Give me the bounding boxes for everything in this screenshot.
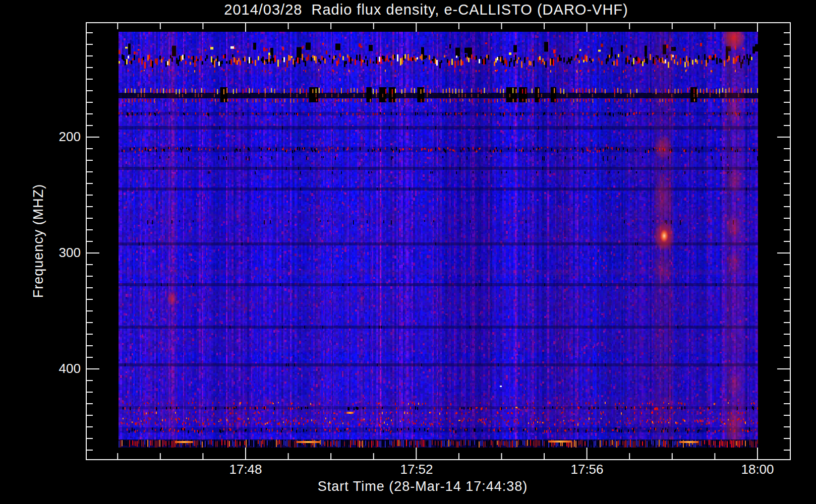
spectrogram-figure: 2014/03/28 Radio flux density, e-CALLIST…: [0, 0, 816, 504]
x-tick-label-1748: 17:48: [229, 462, 262, 477]
x-tick-label-1752: 17:52: [400, 462, 433, 477]
y-axis-title: Frequency (MHZ): [31, 184, 46, 298]
x-axis-title: Start Time (28-Mar-14 17:44:38): [318, 479, 528, 494]
spectrogram-canvas: [119, 32, 758, 448]
y-tick-label-400: 400: [25, 361, 81, 376]
y-tick-label-200: 200: [25, 129, 81, 145]
x-tick-label-1756: 17:56: [570, 462, 603, 477]
x-tick-label-1800: 18:00: [741, 462, 774, 477]
